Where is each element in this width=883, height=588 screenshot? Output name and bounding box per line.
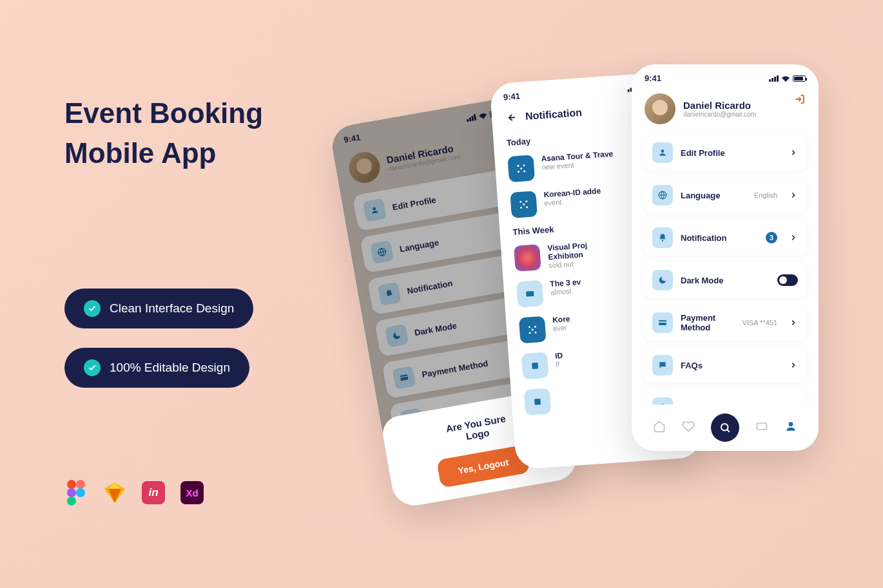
svg-line-42 bbox=[727, 430, 730, 432]
nav-favorites[interactable] bbox=[682, 420, 695, 435]
chevron-right-icon bbox=[789, 318, 798, 327]
user-icon bbox=[652, 142, 673, 163]
check-icon bbox=[84, 300, 101, 317]
bottom-nav bbox=[632, 404, 819, 451]
invision-icon: in bbox=[142, 481, 165, 504]
svg-point-4 bbox=[67, 497, 76, 506]
notification-title: Notification bbox=[525, 107, 582, 122]
svg-point-28 bbox=[534, 332, 536, 334]
chevron-right-icon bbox=[789, 361, 798, 370]
svg-point-35 bbox=[662, 240, 663, 242]
bell-icon bbox=[652, 227, 673, 248]
menu-notification[interactable]: Notification 3 bbox=[643, 220, 807, 256]
menu-payment[interactable]: Payment Method VISA **451 bbox=[643, 305, 807, 341]
nav-search[interactable] bbox=[711, 413, 739, 442]
svg-point-17 bbox=[523, 170, 525, 172]
feature-badge-1: Clean Interface Design bbox=[64, 289, 253, 328]
nav-profile[interactable] bbox=[784, 420, 797, 435]
svg-rect-30 bbox=[532, 363, 538, 369]
svg-point-20 bbox=[525, 200, 527, 202]
status-time: 9:41 bbox=[503, 91, 520, 102]
moon-icon bbox=[652, 270, 673, 290]
svg-point-22 bbox=[526, 206, 528, 208]
feature-badge-2: 100% Editable Design bbox=[64, 348, 249, 388]
svg-line-10 bbox=[378, 251, 385, 252]
svg-point-0 bbox=[67, 480, 76, 489]
svg-point-2 bbox=[67, 488, 76, 497]
status-time: 9:41 bbox=[343, 133, 361, 145]
svg-point-44 bbox=[789, 422, 793, 426]
chevron-right-icon bbox=[789, 191, 798, 200]
sketch-icon bbox=[103, 481, 126, 504]
menu-dark-mode[interactable]: Dark Mode bbox=[643, 262, 807, 298]
nav-tickets[interactable] bbox=[755, 420, 768, 435]
svg-line-13 bbox=[509, 117, 515, 118]
avatar[interactable] bbox=[645, 93, 675, 124]
profile-email: danielricardo@gmail.com bbox=[683, 111, 756, 118]
mockup-profile-screen: 9:41 Daniel Ricardo danielricardo@gmail.… bbox=[632, 64, 819, 451]
avatar bbox=[347, 149, 383, 185]
globe-icon bbox=[652, 185, 673, 205]
svg-point-1 bbox=[76, 480, 85, 489]
figma-icon bbox=[64, 481, 88, 504]
xd-icon: Xd bbox=[180, 481, 204, 504]
dark-mode-toggle[interactable] bbox=[777, 274, 798, 286]
hero-title: Event Booking Mobile App bbox=[64, 93, 335, 173]
svg-point-32 bbox=[661, 149, 665, 153]
menu-language[interactable]: Language English bbox=[643, 177, 807, 213]
svg-point-18 bbox=[520, 167, 522, 169]
svg-point-25 bbox=[529, 326, 530, 328]
logout-icon[interactable] bbox=[794, 93, 806, 105]
svg-rect-24 bbox=[526, 291, 534, 297]
svg-point-23 bbox=[523, 204, 525, 205]
tool-icons-row: in Xd bbox=[64, 481, 204, 504]
svg-point-41 bbox=[721, 424, 728, 431]
svg-point-27 bbox=[529, 332, 530, 334]
card-icon bbox=[652, 312, 673, 333]
svg-point-15 bbox=[523, 164, 525, 166]
svg-point-14 bbox=[517, 165, 519, 167]
menu-faqs[interactable]: FAQs bbox=[643, 347, 807, 383]
chevron-right-icon bbox=[789, 148, 798, 157]
check-icon bbox=[84, 359, 101, 376]
notification-badge: 3 bbox=[766, 232, 777, 243]
svg-point-26 bbox=[534, 326, 536, 328]
svg-rect-37 bbox=[659, 321, 666, 323]
svg-point-29 bbox=[532, 329, 534, 331]
svg-point-19 bbox=[519, 201, 521, 203]
profile-name: Daniel Ricardo bbox=[683, 100, 756, 111]
svg-rect-31 bbox=[534, 399, 541, 405]
svg-point-8 bbox=[373, 207, 376, 210]
back-icon[interactable] bbox=[505, 111, 517, 124]
chat-icon bbox=[652, 355, 673, 375]
nav-home[interactable] bbox=[653, 420, 666, 435]
status-time: 9:41 bbox=[645, 73, 661, 83]
svg-point-16 bbox=[518, 171, 519, 173]
svg-point-3 bbox=[76, 488, 85, 497]
svg-point-21 bbox=[520, 207, 522, 209]
chevron-right-icon bbox=[789, 233, 798, 242]
svg-rect-43 bbox=[757, 423, 767, 430]
menu-edit-profile[interactable]: Edit Profile bbox=[643, 135, 807, 171]
